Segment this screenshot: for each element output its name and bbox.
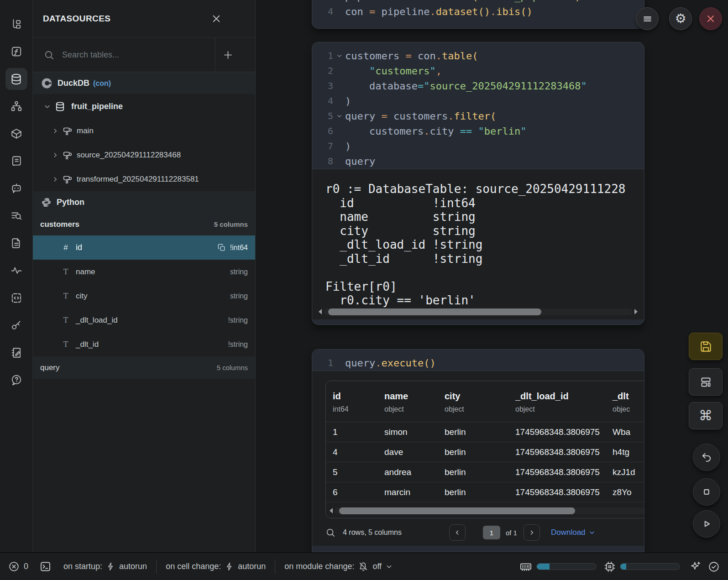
on-cell-change-setting[interactable]: on cell change: autorun	[166, 562, 266, 571]
table-row[interactable]: 1simonberlin1745968348.3806975Wba	[326, 422, 644, 442]
column-type: !string	[228, 340, 248, 349]
nav-ai-chat-icon[interactable]	[5, 178, 27, 199]
column-row-city[interactable]: T city string	[33, 284, 255, 308]
scrollbar-thumb[interactable]	[328, 308, 541, 315]
code-text: query = customers.filter(	[345, 109, 496, 124]
undo-icon	[701, 451, 712, 463]
cpu-gauge	[620, 563, 680, 570]
settings-button[interactable]: ⚙	[669, 7, 692, 30]
nav-secrets-icon[interactable]	[5, 314, 27, 336]
datasources-panel: DATASOURCES Search tables... DuckDB(con)…	[33, 0, 256, 552]
section-row-python[interactable]: Python	[33, 191, 255, 213]
table-cell: berlin	[438, 427, 508, 437]
horizontal-scrollbar[interactable]	[330, 507, 644, 514]
line-number: 6	[312, 124, 333, 139]
column-header[interactable]: cityobject	[438, 391, 508, 413]
run-button[interactable]	[693, 510, 720, 538]
table-meta: 5 columns	[217, 364, 248, 371]
table-row[interactable]: 4daveberlin1745968348.3806975h4tg	[326, 442, 644, 462]
connection-row-duckdb[interactable]: DuckDB(con)	[33, 72, 255, 94]
column-header[interactable]: _dlt_load_idobject	[508, 391, 606, 413]
table-row-customers[interactable]: customers 5 columns	[33, 213, 255, 235]
fold-caret-icon[interactable]	[333, 109, 345, 124]
add-datasource-button[interactable]	[215, 38, 255, 72]
nav-scratchpad-search-icon[interactable]	[5, 205, 27, 227]
code-cell-connection[interactable]: 3pipeline = dlt.attach("fruit_pipeline")…	[312, 0, 644, 29]
page-number[interactable]: 1	[483, 526, 500, 539]
nav-snippets-icon[interactable]	[5, 287, 27, 309]
command-palette-button[interactable]: ⌘	[689, 402, 723, 429]
schema-row-main[interactable]: main	[33, 119, 255, 143]
table-search-icon[interactable]	[325, 528, 335, 538]
ibis-expression-output: r0 := DatabaseTable: source_202504291112…	[312, 169, 644, 308]
ai-assist-button[interactable]	[689, 560, 702, 573]
line-number: 2	[312, 63, 333, 78]
connection-status[interactable]	[708, 561, 720, 573]
terminal-button[interactable]	[39, 560, 52, 573]
on-startup-setting[interactable]: on startup: autorun	[63, 562, 147, 571]
database-row-fruit-pipeline[interactable]: fruit_pipeline	[33, 94, 255, 119]
column-header[interactable]: nameobject	[377, 391, 438, 413]
column-row-name[interactable]: T name string	[33, 260, 255, 284]
layout-icon	[700, 376, 712, 388]
fold-gutter	[333, 154, 345, 169]
table-row[interactable]: 6marcinberlin1745968348.3806975z8Yo	[326, 482, 644, 502]
divider	[156, 560, 157, 574]
save-notebook-button[interactable]	[689, 333, 723, 360]
table-body: 1simonberlin1745968348.3806975Wba4davebe…	[326, 422, 644, 502]
nav-help-icon[interactable]	[5, 369, 27, 391]
nav-tracing-icon[interactable]	[5, 260, 27, 282]
scrollbar-track[interactable]	[335, 507, 644, 514]
layout-toggle-button[interactable]	[689, 368, 723, 396]
nav-function-icon[interactable]	[5, 41, 27, 63]
nav-logs-icon[interactable]	[5, 150, 27, 172]
scroll-left-arrow[interactable]	[330, 508, 333, 513]
scrollbar-track[interactable]	[324, 308, 633, 315]
table-row-query[interactable]: query 5 columns	[33, 356, 255, 379]
column-row-dlt-id[interactable]: T _dlt_id !string	[33, 332, 255, 356]
code-editor[interactable]: 3pipeline = dlt.attach("fruit_pipeline")…	[312, 0, 644, 19]
nav-dependency-graph-icon[interactable]	[5, 95, 27, 117]
horizontal-scrollbar[interactable]	[319, 308, 638, 315]
code-text: customers = con.table(	[345, 48, 478, 63]
error-indicator[interactable]: 0	[8, 561, 28, 572]
nav-documentation-icon[interactable]	[5, 232, 27, 254]
fold-gutter	[333, 355, 345, 371]
code-editor[interactable]: 1query.execute()	[312, 350, 644, 371]
notebook-menu-button[interactable]	[636, 7, 659, 30]
column-row-id[interactable]: # id !int64	[33, 235, 255, 260]
schema-row-transformed[interactable]: transformed_202504291112283581	[33, 167, 255, 191]
chevron-down-icon	[44, 103, 51, 110]
column-name: name	[76, 267, 95, 277]
fold-caret-icon[interactable]	[333, 48, 345, 63]
column-row-dlt-load-id[interactable]: T _dlt_load_id !string	[33, 308, 255, 332]
schema-row-source[interactable]: source_202504291112283468	[33, 143, 255, 167]
nav-datasources-icon[interactable]	[5, 68, 27, 90]
scroll-right-arrow[interactable]	[634, 309, 638, 314]
nav-packages-icon[interactable]	[5, 123, 27, 145]
undo-button[interactable]	[693, 444, 720, 471]
table-row[interactable]: 5andreaberlin1745968348.3806975kzJ1d	[326, 462, 644, 482]
close-panel-icon[interactable]	[211, 14, 221, 24]
download-link[interactable]: Download	[551, 528, 595, 537]
nav-file-tree-icon[interactable]	[5, 13, 27, 35]
column-header[interactable]: idint64	[326, 391, 377, 413]
column-header[interactable]: _dltobjec	[606, 391, 644, 413]
nav-notebook-icon[interactable]	[5, 342, 27, 364]
copy-icon[interactable]	[217, 243, 226, 252]
text-type-icon: T	[60, 267, 71, 276]
stop-button[interactable]	[693, 478, 720, 506]
code-editor[interactable]: 1customers = con.table(2 "customers",3 d…	[312, 42, 644, 169]
schema-icon	[63, 174, 73, 184]
on-module-change-setting[interactable]: on module change: off	[284, 562, 393, 572]
table-cell: z8Yo	[606, 487, 644, 497]
terminal-icon	[39, 560, 52, 573]
table-cell: 4	[326, 447, 377, 457]
column-name: _dlt_id	[76, 340, 99, 349]
previous-page-button[interactable]	[449, 524, 466, 541]
next-page-button[interactable]	[524, 524, 540, 541]
scroll-left-arrow[interactable]	[319, 309, 322, 314]
shutdown-button[interactable]	[699, 7, 722, 30]
search-input[interactable]: Search tables...	[33, 50, 215, 60]
scrollbar-thumb[interactable]	[339, 507, 575, 514]
